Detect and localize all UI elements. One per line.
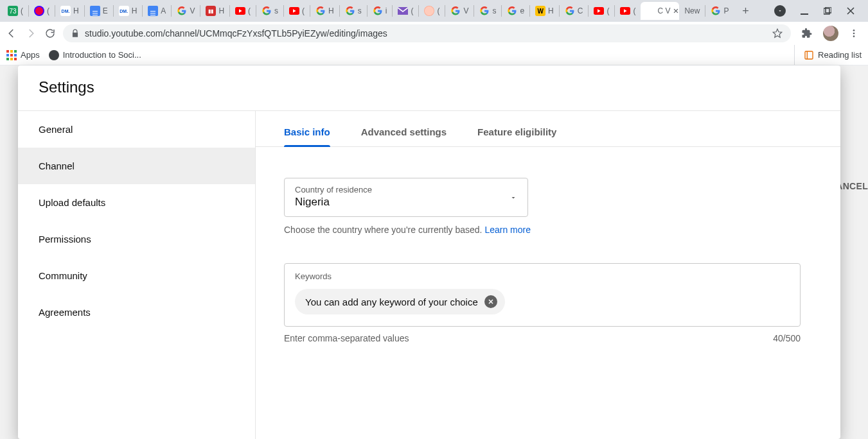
browser-tab[interactable]: C xyxy=(561,2,587,20)
browser-tab[interactable]: s xyxy=(258,2,282,20)
new-tab-button[interactable]: + xyxy=(738,3,753,19)
browser-tab[interactable]: ▮▮H xyxy=(202,2,228,20)
google-favicon xyxy=(373,6,383,16)
browser-tab[interactable]: s xyxy=(475,2,500,20)
browser-tab[interactable]: ( xyxy=(231,2,254,20)
tab-search-icon[interactable] xyxy=(774,5,786,17)
browser-tab[interactable]: i xyxy=(369,2,391,20)
red4-favicon: ▮▮ xyxy=(206,6,216,16)
reload-button[interactable] xyxy=(44,27,57,40)
reading-list-icon xyxy=(804,50,814,60)
back-button[interactable] xyxy=(5,27,18,40)
learn-more-link[interactable]: Learn more xyxy=(484,225,531,235)
tab-advanced-settings[interactable]: Advanced settings xyxy=(361,126,447,146)
country-select[interactable]: Country of residence Nigeria xyxy=(284,178,528,217)
sidebar-item-channel[interactable]: Channel xyxy=(18,148,255,184)
tab-label: s xyxy=(492,6,496,15)
close-tab-icon[interactable] xyxy=(673,8,679,14)
url-text[interactable]: studio.youtube.com/channel/UCMmqcFzYxsfQ… xyxy=(85,28,766,39)
youtube-favicon xyxy=(620,6,630,16)
browser-tab[interactable]: WH xyxy=(531,2,558,20)
settings-content: Basic infoAdvanced settingsFeature eligi… xyxy=(256,111,840,439)
star-icon[interactable] xyxy=(772,28,783,39)
settings-modal: Settings GeneralChannelUpload defaultsPe… xyxy=(18,65,840,439)
browser-tab[interactable]: New xyxy=(680,2,704,20)
reading-list-button[interactable]: Reading list xyxy=(794,45,862,65)
browser-tab[interactable]: ( xyxy=(590,2,613,20)
extensions-icon[interactable] xyxy=(801,28,813,39)
google-favicon xyxy=(315,6,326,16)
browser-tab[interactable]: 73( xyxy=(4,2,27,20)
browser-tab[interactable]: V xyxy=(447,2,472,20)
browser-tab[interactable]: V xyxy=(173,2,199,20)
tab-label: ( xyxy=(21,6,23,15)
sidebar-item-general[interactable]: General xyxy=(18,111,255,148)
svg-point-8 xyxy=(853,30,855,31)
kebab-menu-icon[interactable] xyxy=(849,28,859,39)
tab-label: ( xyxy=(411,6,413,15)
browser-tab[interactable]: DM.H xyxy=(57,2,83,20)
tab-label: E xyxy=(103,6,108,15)
wiki-favicon: W xyxy=(535,6,545,16)
remove-chip-icon[interactable] xyxy=(484,295,497,308)
bookmark-item[interactable]: Introduction to Soci... xyxy=(49,50,141,60)
settings-sidebar: GeneralChannelUpload defaultsPermissions… xyxy=(18,111,256,439)
keywords-helper: Enter comma-separated values xyxy=(284,333,409,343)
tab-label: i xyxy=(385,6,387,15)
bookmark-label: Introduction to Soci... xyxy=(63,50,141,60)
google-favicon xyxy=(345,6,355,16)
mail-favicon xyxy=(398,6,408,16)
minimize-icon[interactable] xyxy=(800,6,809,15)
browser-tab[interactable]: ( xyxy=(285,2,308,20)
tab-label: H xyxy=(73,6,79,15)
lock-icon xyxy=(71,29,80,38)
keywords-input[interactable]: Keywords You can add any keyword of your… xyxy=(284,263,801,327)
url-bar[interactable]: studio.youtube.com/channel/UCMmqcFzYxsfQ… xyxy=(63,24,791,42)
tab-label: s xyxy=(274,6,278,15)
tab-basic-info[interactable]: Basic info xyxy=(284,126,330,146)
gdoc-favicon xyxy=(148,6,158,16)
tab-label: e xyxy=(520,6,524,15)
maximize-icon[interactable] xyxy=(823,6,832,15)
browser-tab[interactable]: ( xyxy=(420,2,443,20)
tab-label: s xyxy=(358,6,362,15)
tab-label: V xyxy=(463,6,468,15)
profile-avatar[interactable] xyxy=(823,26,838,41)
browser-tab[interactable]: ( xyxy=(30,2,53,20)
apps-button[interactable]: Apps xyxy=(6,50,40,60)
browser-tab[interactable]: e xyxy=(503,2,528,20)
youtube-favicon xyxy=(289,6,299,16)
google-favicon xyxy=(450,6,461,16)
tab-label: P xyxy=(723,6,729,15)
dml-favicon: DM. xyxy=(119,6,129,16)
google-favicon xyxy=(565,6,575,16)
svg-point-9 xyxy=(853,33,855,35)
tab-label: H xyxy=(132,6,137,15)
keyword-chip: You can add any keyword of your choice xyxy=(295,289,505,314)
browser-tab[interactable]: A xyxy=(144,2,170,20)
address-bar-row: studio.youtube.com/channel/UCMmqcFzYxsfQ… xyxy=(0,22,868,45)
tab-label: New xyxy=(684,6,700,15)
tab-feature-eligibility[interactable]: Feature eligibility xyxy=(477,126,556,146)
tab-label: C V xyxy=(657,6,670,15)
browser-tab[interactable]: DM.H xyxy=(115,2,141,20)
browser-tab[interactable]: ( xyxy=(394,2,417,20)
country-helper: Choose the country where you're currentl… xyxy=(284,225,812,235)
sidebar-item-agreements[interactable]: Agreements xyxy=(18,294,255,331)
svg-point-10 xyxy=(853,35,855,37)
sidebar-item-community[interactable]: Community xyxy=(18,257,255,294)
close-window-icon[interactable] xyxy=(846,6,855,15)
browser-tab[interactable]: C V xyxy=(641,2,679,20)
browser-tab[interactable]: H xyxy=(312,2,338,20)
sidebar-item-upload-defaults[interactable]: Upload defaults xyxy=(18,184,255,221)
browser-tab[interactable]: P xyxy=(707,2,732,20)
sidebar-item-permissions[interactable]: Permissions xyxy=(18,221,255,257)
google-favicon xyxy=(711,6,721,16)
browser-tab[interactable]: s xyxy=(341,2,366,20)
tab-label: H xyxy=(548,6,554,15)
tab-label: H xyxy=(218,6,224,15)
browser-tab[interactable]: ( xyxy=(616,2,639,20)
browser-tab[interactable]: E xyxy=(86,2,112,20)
forward-button[interactable] xyxy=(24,27,37,40)
tab-label: ( xyxy=(633,6,635,15)
